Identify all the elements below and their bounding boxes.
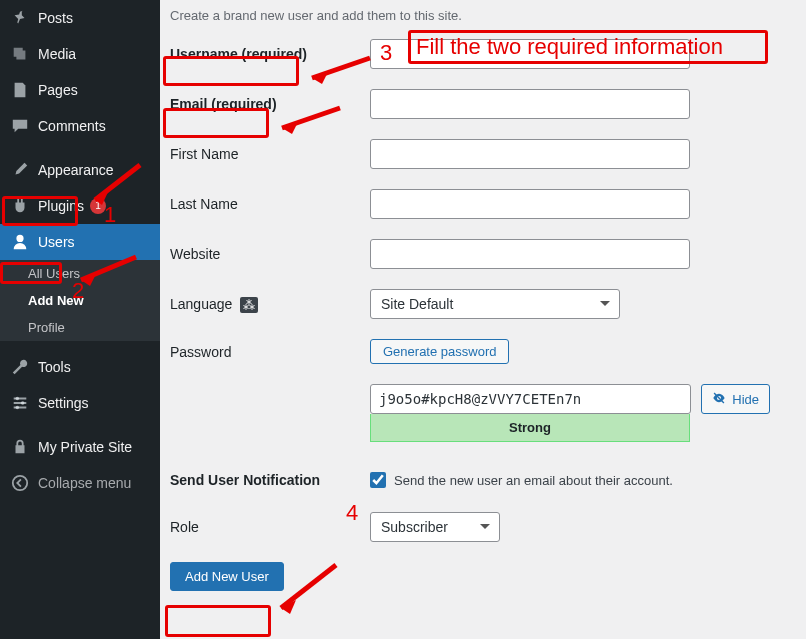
plugin-update-badge: 1	[90, 198, 106, 214]
sidebar-item-label: Comments	[38, 118, 106, 134]
lastname-label: Last Name	[170, 196, 370, 212]
language-select[interactable]: Site Default	[370, 289, 620, 319]
firstname-input[interactable]	[370, 139, 690, 169]
add-new-user-button[interactable]: Add New User	[170, 562, 284, 591]
sidebar-collapse[interactable]: Collapse menu	[0, 465, 160, 501]
sidebar-item-label: Settings	[38, 395, 89, 411]
password-label: Password	[170, 344, 370, 360]
user-icon	[10, 232, 30, 252]
sidebar-item-settings[interactable]: Settings	[0, 385, 160, 421]
main-content: Create a brand new user and add them to …	[160, 0, 806, 639]
admin-sidebar: Posts Media Pages Comments Appearance Pl…	[0, 0, 160, 639]
page-description: Create a brand new user and add them to …	[170, 8, 786, 23]
role-label: Role	[170, 519, 370, 535]
eye-slash-icon	[712, 391, 726, 408]
sidebar-item-tools[interactable]: Tools	[0, 349, 160, 385]
sidebar-item-label: Posts	[38, 10, 73, 26]
pin-icon	[10, 8, 30, 28]
sidebar-item-users[interactable]: Users	[0, 224, 160, 260]
sidebar-item-label: Tools	[38, 359, 71, 375]
comments-icon	[10, 116, 30, 136]
sidebar-item-label: Plugins	[38, 198, 84, 214]
sidebar-item-comments[interactable]: Comments	[0, 108, 160, 144]
sidebar-item-posts[interactable]: Posts	[0, 0, 160, 36]
generate-password-button[interactable]: Generate password	[370, 339, 509, 364]
svg-point-1	[21, 401, 25, 405]
svg-point-0	[16, 397, 20, 401]
users-submenu: All Users Add New Profile	[0, 260, 160, 341]
pages-icon	[10, 80, 30, 100]
submenu-profile[interactable]: Profile	[0, 314, 160, 341]
notify-text: Send the new user an email about their a…	[394, 473, 673, 488]
collapse-icon	[10, 473, 30, 493]
firstname-label: First Name	[170, 146, 370, 162]
lock-icon	[10, 437, 30, 457]
sidebar-item-label: My Private Site	[38, 439, 132, 455]
email-input[interactable]	[370, 89, 690, 119]
sidebar-item-label: Collapse menu	[38, 475, 131, 491]
sidebar-item-label: Appearance	[38, 162, 114, 178]
username-label: Username (required)	[170, 46, 370, 62]
svg-point-3	[13, 476, 27, 490]
translate-icon: ⁂	[240, 297, 258, 313]
submenu-add-new[interactable]: Add New	[0, 287, 160, 314]
sliders-icon	[10, 393, 30, 413]
media-icon	[10, 44, 30, 64]
sidebar-item-label: Users	[38, 234, 75, 250]
website-input[interactable]	[370, 239, 690, 269]
language-label: Language ⁂	[170, 296, 370, 312]
hide-password-button[interactable]: Hide	[701, 384, 770, 414]
sidebar-item-label: Media	[38, 46, 76, 62]
notify-label: Send User Notification	[170, 472, 370, 488]
password-strength-indicator: Strong	[370, 414, 690, 442]
password-input[interactable]	[370, 384, 691, 414]
role-select[interactable]: Subscriber	[370, 512, 500, 542]
email-label: Email (required)	[170, 96, 370, 112]
sidebar-item-pages[interactable]: Pages	[0, 72, 160, 108]
plugin-icon	[10, 196, 30, 216]
sidebar-item-media[interactable]: Media	[0, 36, 160, 72]
sidebar-item-my-private-site[interactable]: My Private Site	[0, 429, 160, 465]
sidebar-item-appearance[interactable]: Appearance	[0, 152, 160, 188]
svg-point-2	[16, 406, 20, 410]
brush-icon	[10, 160, 30, 180]
wrench-icon	[10, 357, 30, 377]
sidebar-item-label: Pages	[38, 82, 78, 98]
lastname-input[interactable]	[370, 189, 690, 219]
username-input[interactable]	[370, 39, 690, 69]
website-label: Website	[170, 246, 370, 262]
submenu-all-users[interactable]: All Users	[0, 260, 160, 287]
notify-checkbox[interactable]	[370, 472, 386, 488]
sidebar-item-plugins[interactable]: Plugins 1	[0, 188, 160, 224]
